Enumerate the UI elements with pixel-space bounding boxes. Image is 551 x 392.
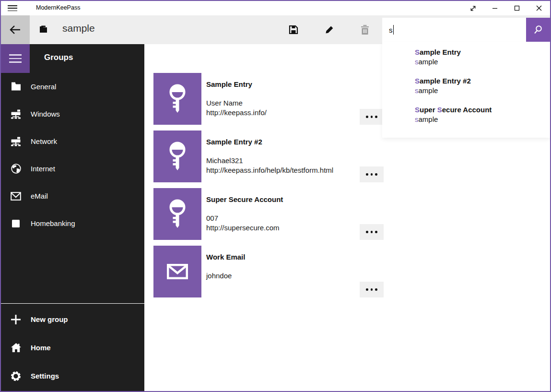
pencil-icon [325, 25, 334, 35]
trash-icon [361, 25, 369, 35]
entry-row-work-email[interactable]: Work Email johndoe [153, 246, 384, 297]
entry-url: http://keepass.info/ [206, 108, 267, 118]
suggestion-sample-entry-2[interactable]: Sample Entry #2 sample [415, 76, 550, 105]
sidebar-item-network[interactable]: Network [1, 128, 144, 155]
gear-icon [1, 371, 31, 381]
suggestion-sample-entry[interactable]: Sample Entry sample [415, 48, 550, 76]
search-suggestions-flyout: Sample Entry sample Sample Entry #2 samp… [382, 42, 550, 138]
entry-title: Work Email [206, 252, 245, 262]
ellipsis-icon [366, 288, 368, 291]
ellipsis-icon [366, 116, 368, 118]
sidebar: Groups General Windows Network [1, 44, 144, 391]
sidebar-hamburger-button[interactable] [1, 44, 30, 73]
more-button[interactable] [360, 109, 384, 125]
entry-url: http://keepass.info/help/kb/testform.htm… [206, 166, 333, 175]
home-icon [1, 343, 31, 353]
entry-tile [153, 246, 201, 297]
text-caret [393, 25, 394, 35]
search-value: s [389, 26, 393, 34]
search-box: s [382, 18, 550, 42]
search-button[interactable] [526, 18, 550, 42]
entry-tile [153, 131, 201, 182]
mail-icon [1, 192, 31, 201]
window-controls [462, 1, 550, 15]
entry-title: Sample Entry [206, 80, 267, 89]
entry-tile [153, 73, 201, 125]
delete-button[interactable] [353, 15, 376, 44]
globe-icon [1, 164, 31, 174]
app-window: ModernKeePass sample [0, 0, 551, 392]
home-button[interactable]: Home [1, 333, 144, 362]
new-group-button[interactable]: New group [1, 305, 144, 333]
entry-url: http://supersecure.com [206, 223, 283, 233]
entry-username: johndoe [206, 271, 245, 281]
back-button[interactable] [1, 15, 30, 44]
more-button[interactable] [360, 166, 384, 182]
entry-row-sample-entry[interactable]: Sample Entry User Name http://keepass.in… [153, 73, 384, 125]
maximize-button[interactable] [506, 1, 528, 15]
folder-icon [1, 82, 31, 91]
key-icon [164, 140, 191, 173]
appbar: sample s [1, 15, 550, 44]
search-input[interactable]: s [382, 18, 526, 42]
entry-username: User Name [206, 98, 267, 108]
key-icon [164, 82, 191, 116]
square-icon [1, 219, 31, 228]
save-button[interactable] [282, 15, 305, 44]
ellipsis-icon [366, 173, 368, 176]
edit-button[interactable] [318, 15, 341, 44]
sidebar-footer: New group Home Settings [1, 303, 144, 391]
mail-icon [167, 264, 188, 279]
back-arrow-icon [9, 24, 22, 35]
search-icon [533, 25, 543, 35]
sidebar-item-email[interactable]: eMail [1, 182, 144, 210]
more-button[interactable] [360, 282, 384, 297]
entry-row-sample-entry-2[interactable]: Sample Entry #2 Michael321 http://keepas… [153, 131, 384, 182]
database-title: sample [62, 23, 95, 34]
more-button[interactable] [360, 224, 384, 240]
group-list: General Windows Network Internet [1, 73, 144, 237]
entry-list: Sample Entry User Name http://keepass.in… [153, 73, 384, 303]
ellipsis-icon [366, 231, 368, 233]
minimize-button[interactable] [484, 1, 506, 15]
close-button[interactable] [528, 1, 550, 15]
key-icon [164, 197, 191, 231]
titlebar: ModernKeePass [1, 1, 550, 15]
entry-title: Sample Entry #2 [206, 137, 333, 147]
app-title: ModernKeePass [36, 4, 80, 11]
settings-button[interactable]: Settings [1, 362, 144, 390]
database-icon [39, 25, 47, 35]
entry-username: 007 [206, 214, 283, 223]
entry-row-super-secure-account[interactable]: Super Secure Account 007 http://supersec… [153, 188, 384, 240]
sidebar-item-general[interactable]: General [1, 73, 144, 100]
entry-username: Michael321 [206, 156, 333, 166]
save-icon [289, 25, 298, 35]
sidebar-item-homebanking[interactable]: Homebanking [1, 210, 144, 237]
sidebar-item-internet[interactable]: Internet [1, 155, 144, 182]
titlebar-hamburger-icon[interactable] [8, 4, 17, 12]
plus-icon [1, 314, 31, 325]
network-icon [1, 109, 31, 119]
sidebar-item-windows[interactable]: Windows [1, 100, 144, 128]
entry-tile [153, 188, 201, 240]
suggestion-super-secure-account[interactable]: Super Secure Account sample [415, 105, 550, 134]
resize-diagonal-icon[interactable] [462, 1, 484, 15]
network-icon [1, 137, 31, 146]
entry-title: Super Secure Account [206, 195, 283, 204]
groups-heading: Groups [44, 53, 73, 62]
